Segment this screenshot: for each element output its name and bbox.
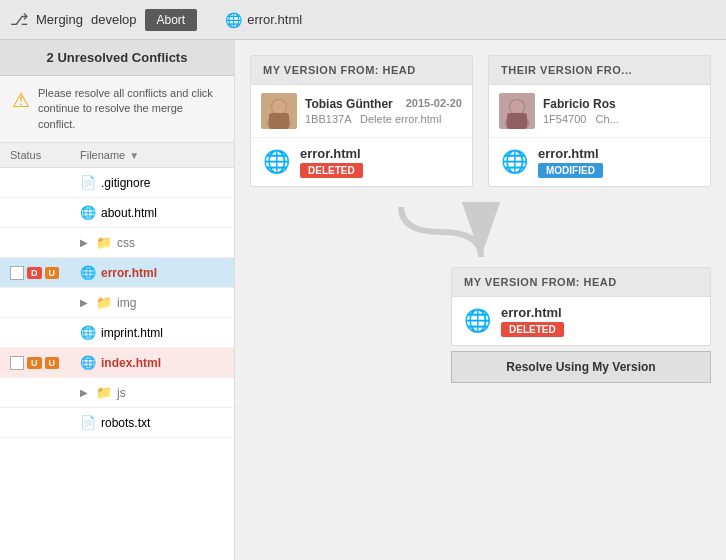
filename: css xyxy=(117,236,135,250)
list-item[interactable]: ▶ 📁 img xyxy=(0,288,234,318)
file-conflict-row: 🌐 error.html MODIFIED xyxy=(489,138,710,186)
result-status-badge: DELETED xyxy=(501,322,564,337)
filename: robots.txt xyxy=(101,416,150,430)
folder-icon: 📁 xyxy=(96,385,112,400)
result-file-row: 🌐 error.html DELETED xyxy=(452,297,710,345)
commit-meta: 1F54700 Ch... xyxy=(543,113,700,125)
badge-unresolved: U xyxy=(45,267,60,279)
filename: js xyxy=(117,386,126,400)
badge-deleted: D xyxy=(27,267,42,279)
badge-unresolved: U xyxy=(45,357,60,369)
tab-title: error.html xyxy=(247,12,302,27)
my-version-panel: MY VERSION from: HEAD Tobias G xyxy=(250,55,473,187)
resolve-button[interactable]: Resolve Using My Version xyxy=(451,351,711,383)
my-commit-info: Tobias Günther 2015-02-20 1BB137A Delete… xyxy=(251,85,472,138)
sidebar: 2 Unresolved Conflicts ⚠ Please resolve … xyxy=(0,40,235,560)
svg-point-3 xyxy=(272,100,286,114)
filename: img xyxy=(117,296,136,310)
arrow-down-svg xyxy=(381,202,501,262)
result-filename: error.html xyxy=(501,305,564,320)
commit-date: 2015-02-20 xyxy=(406,97,462,109)
folder-arrow-icon: ▶ xyxy=(80,297,88,308)
commit-details: Fabricio Ros 1F54700 Ch... xyxy=(543,97,700,125)
content-area: MY VERSION from: HEAD Tobias G xyxy=(235,40,726,560)
folder-arrow-icon: ▶ xyxy=(80,237,88,248)
merging-label: Merging xyxy=(36,12,83,27)
branch-name: develop xyxy=(91,12,137,27)
file-list: 📄 .gitignore 🌐 about.html ▶ 📁 css xyxy=(0,168,234,560)
conflict-filename: error.html xyxy=(538,146,603,161)
warning-box: ⚠ Please resolve all conflicts and click… xyxy=(0,76,234,143)
result-file-icon: 🌐 xyxy=(464,308,491,334)
status-modified-badge: MODIFIED xyxy=(538,163,603,178)
commit-details: Tobias Günther 2015-02-20 1BB137A Delete… xyxy=(305,97,462,125)
svg-rect-9 xyxy=(507,113,527,129)
text-file-icon: 📄 xyxy=(80,415,96,430)
filename: .gitignore xyxy=(101,176,150,190)
my-version-header: MY VERSION from: HEAD xyxy=(251,56,472,85)
status-deleted-badge: DELETED xyxy=(300,163,363,178)
folder-arrow-icon: ▶ xyxy=(80,387,88,398)
versions-row: MY VERSION from: HEAD Tobias G xyxy=(250,55,711,187)
conflict-file-icon: 🌐 xyxy=(501,149,528,175)
list-item[interactable]: U U 🌐 index.html xyxy=(0,348,234,378)
result-panel: MY VERSION from: HEAD 🌐 error.html DELET… xyxy=(451,267,711,346)
conflict-file-icon: 🌐 xyxy=(263,149,290,175)
tab-file-icon: 🌐 xyxy=(225,12,242,28)
svg-point-8 xyxy=(510,100,524,114)
html-file-icon: 🌐 xyxy=(80,325,96,340)
badge-unresolved: U xyxy=(27,357,42,369)
main-area: 2 Unresolved Conflicts ⚠ Please resolve … xyxy=(0,40,726,560)
filename: index.html xyxy=(101,356,161,370)
topbar: ⎇ Merging develop Abort 🌐 error.html xyxy=(0,0,726,40)
their-version-panel: THEIR VERSION fro... Fabricio Ros xyxy=(488,55,711,187)
folder-icon: 📁 xyxy=(96,235,112,250)
html-file-icon: 🌐 xyxy=(80,355,96,370)
conflicts-header: 2 Unresolved Conflicts xyxy=(0,40,234,76)
col-filename-label: Filename ▼ xyxy=(80,149,224,161)
list-item[interactable]: ▶ 📁 css xyxy=(0,228,234,258)
checkbox[interactable] xyxy=(10,266,24,280)
avatar xyxy=(261,93,297,129)
col-status-label: Status xyxy=(10,149,80,161)
list-item[interactable]: ▶ 📁 js xyxy=(0,378,234,408)
merge-icon: ⎇ xyxy=(10,10,28,29)
list-item[interactable]: 📄 robots.txt xyxy=(0,408,234,438)
their-version-header: THEIR VERSION fro... xyxy=(489,56,710,85)
list-item[interactable]: 🌐 imprint.html xyxy=(0,318,234,348)
file-list-header: Status Filename ▼ xyxy=(0,143,234,168)
list-item[interactable]: 📄 .gitignore xyxy=(0,168,234,198)
conflict-filename: error.html xyxy=(300,146,363,161)
warning-text: Please resolve all conflicts and click c… xyxy=(38,86,222,132)
sort-icon: ▼ xyxy=(129,150,139,161)
html-file-icon: 🌐 xyxy=(80,205,96,220)
abort-button[interactable]: Abort xyxy=(145,9,198,31)
tab-area: 🌐 error.html xyxy=(225,12,302,28)
filename: about.html xyxy=(101,206,157,220)
arrow-area xyxy=(250,202,711,262)
content-lower: MY VERSION from: HEAD 🌐 error.html DELET… xyxy=(250,202,711,383)
folder-icon: 📁 xyxy=(96,295,112,310)
result-header: MY VERSION from: HEAD xyxy=(452,268,710,297)
list-item[interactable]: 🌐 about.html xyxy=(0,198,234,228)
html-file-icon: 🌐 xyxy=(80,265,96,280)
checkbox[interactable] xyxy=(10,356,24,370)
their-commit-info: Fabricio Ros 1F54700 Ch... xyxy=(489,85,710,138)
list-item[interactable]: D U 🌐 error.html xyxy=(0,258,234,288)
filename: imprint.html xyxy=(101,326,163,340)
file-conflict-row: 🌐 error.html DELETED xyxy=(251,138,472,186)
commit-author: Fabricio Ros xyxy=(543,97,700,111)
svg-rect-4 xyxy=(269,113,289,129)
filename: error.html xyxy=(101,266,157,280)
commit-author: Tobias Günther 2015-02-20 xyxy=(305,97,462,111)
text-file-icon: 📄 xyxy=(80,175,96,190)
avatar xyxy=(499,93,535,129)
commit-meta: 1BB137A Delete error.html xyxy=(305,113,462,125)
warning-icon: ⚠ xyxy=(12,88,30,112)
